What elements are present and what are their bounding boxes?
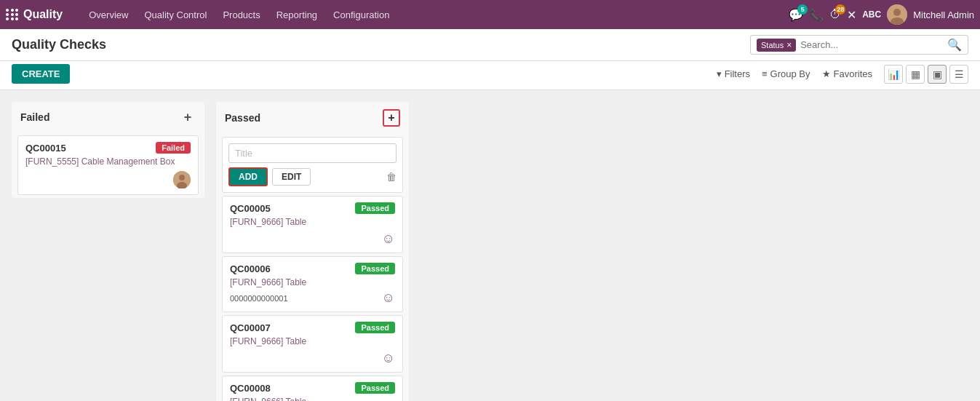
timer-badge: 28 xyxy=(835,4,845,15)
star-icon: ★ xyxy=(822,68,831,79)
add-card-form: ADD EDIT 🗑 xyxy=(222,137,403,193)
nav-menu: Overview Quality Control Products Report… xyxy=(81,7,789,23)
user-name[interactable]: Mitchell Admin xyxy=(913,9,974,20)
status-badge: Passed xyxy=(355,382,395,394)
card-id: QC00007 xyxy=(230,322,271,333)
close-icon[interactable]: ✕ xyxy=(847,8,856,22)
search-bar: Status × 🔍 xyxy=(750,35,968,55)
view-icons: 📊 ▦ ▣ ☰ xyxy=(884,65,968,84)
add-card-title-input[interactable] xyxy=(228,143,397,163)
kanban-column-failed: Failed + QC00015 Failed [FURN_5555] Cabl… xyxy=(12,102,204,198)
bar-chart-icon: 📊 xyxy=(888,68,900,80)
phone-icon[interactable]: 📞 xyxy=(809,8,824,22)
favorites-button[interactable]: ★ Favorites xyxy=(822,68,872,79)
grid-view-button[interactable]: ▦ xyxy=(906,65,925,84)
status-badge: Passed xyxy=(355,322,395,333)
svg-point-1 xyxy=(893,9,901,16)
column-title-failed: Failed xyxy=(20,111,49,123)
filter-icon: ▾ xyxy=(717,68,722,79)
app-logo[interactable]: Quality xyxy=(6,8,74,21)
create-button[interactable]: CREATE xyxy=(12,64,70,84)
card-lot: 0000000000001 xyxy=(230,294,288,303)
list-icon: ☰ xyxy=(955,68,964,80)
group-by-button[interactable]: ≡ Group By xyxy=(762,68,810,79)
card-footer xyxy=(25,171,191,188)
kanban-card-qc00008[interactable]: QC00008 Passed [FURN_9666] Table ☺ xyxy=(222,376,403,401)
search-tag-remove[interactable]: × xyxy=(786,40,792,50)
svg-point-4 xyxy=(179,175,185,180)
edit-card-button[interactable]: EDIT xyxy=(272,168,311,186)
status-badge: Passed xyxy=(355,263,395,274)
kanban-card-qc00006[interactable]: QC00006 Passed [FURN_9666] Table 0000000… xyxy=(222,256,403,312)
smiley-icon: ☺ xyxy=(382,290,395,306)
apps-icon[interactable] xyxy=(6,9,19,20)
toolbar: CREATE ▾ Filters ≡ Group By ★ Favorites … xyxy=(0,61,980,90)
card-avatar xyxy=(173,171,191,188)
page-title: Quality Checks xyxy=(12,37,106,52)
kanban-icon: ▣ xyxy=(933,68,942,80)
kanban-card-qc00007[interactable]: QC00007 Passed [FURN_9666] Table ☺ xyxy=(222,315,403,373)
card-header: QC00008 Passed xyxy=(230,382,395,394)
add-card-button[interactable]: ADD xyxy=(228,167,268,186)
card-id: QC00015 xyxy=(25,143,66,154)
card-id: QC00008 xyxy=(230,383,271,394)
filters-button[interactable]: ▾ Filters xyxy=(717,68,750,79)
status-badge: Failed xyxy=(156,142,191,154)
status-badge: Passed xyxy=(355,202,395,214)
add-passed-button[interactable]: + xyxy=(383,109,400,127)
card-product: [FURN_9666] Table xyxy=(230,397,395,401)
toolbar-right: ▾ Filters ≡ Group By ★ Favorites 📊 ▦ ▣ ☰ xyxy=(717,65,968,84)
top-navigation: Quality Overview Quality Control Product… xyxy=(0,0,980,29)
kanban-card-qc00015[interactable]: QC00015 Failed [FURN_5555] Cable Managem… xyxy=(17,135,199,195)
add-form-actions: ADD EDIT 🗑 xyxy=(228,167,397,186)
card-footer: ☺ xyxy=(230,231,395,247)
chat-badge: 5 xyxy=(797,4,808,15)
card-header: QC00015 Failed xyxy=(25,142,191,154)
column-title-passed: Passed xyxy=(225,112,260,124)
favorites-label: Favorites xyxy=(834,68,872,79)
grid-icon: ▦ xyxy=(911,68,920,80)
delete-card-button[interactable]: 🗑 xyxy=(386,171,397,183)
card-header: QC00007 Passed xyxy=(230,322,395,333)
smiley-icon: ☺ xyxy=(382,231,395,247)
nav-right: 💬 5 📞 ⏱ 28 ✕ ABC Mitchell Admin xyxy=(789,4,974,25)
group-by-label: Group By xyxy=(770,68,810,79)
kanban-board: Failed + QC00015 Failed [FURN_5555] Cabl… xyxy=(0,90,980,401)
nav-item-configuration[interactable]: Configuration xyxy=(326,7,397,23)
subheader: Quality Checks Status × 🔍 xyxy=(0,29,980,61)
nav-item-reporting[interactable]: Reporting xyxy=(269,7,324,23)
search-icon[interactable]: 🔍 xyxy=(947,38,962,52)
card-product: [FURN_9666] Table xyxy=(230,217,395,227)
column-header-passed: Passed + xyxy=(216,102,409,134)
groupby-icon: ≡ xyxy=(762,68,768,79)
card-footer: ☺ xyxy=(230,351,395,366)
nav-item-quality-control[interactable]: Quality Control xyxy=(137,7,214,23)
card-header: QC00005 Passed xyxy=(230,202,395,214)
card-product: [FURN_9666] Table xyxy=(230,336,395,346)
abc-label[interactable]: ABC xyxy=(862,9,881,20)
nav-item-products[interactable]: Products xyxy=(215,7,267,23)
kanban-view-button[interactable]: ▣ xyxy=(928,65,947,84)
chat-icon[interactable]: 💬 5 xyxy=(789,8,803,22)
timer-icon[interactable]: ⏱ 28 xyxy=(829,8,841,21)
search-tag-label: Status xyxy=(761,41,784,49)
column-header-failed: Failed + xyxy=(12,102,204,132)
bar-chart-view-button[interactable]: 📊 xyxy=(884,65,903,84)
search-tag-status[interactable]: Status × xyxy=(757,39,796,52)
list-view-button[interactable]: ☰ xyxy=(949,65,968,84)
card-id: QC00005 xyxy=(230,203,271,214)
smiley-icon: ☺ xyxy=(382,351,395,366)
card-product: [FURN_9666] Table xyxy=(230,277,395,287)
nav-item-overview[interactable]: Overview xyxy=(81,7,135,23)
card-product: [FURN_5555] Cable Management Box xyxy=(25,156,191,167)
search-input[interactable] xyxy=(800,39,947,50)
avatar[interactable] xyxy=(887,4,907,25)
kanban-column-passed: Passed + ADD EDIT 🗑 QC00005 Passed [FURN… xyxy=(216,102,409,401)
card-id: QC00006 xyxy=(230,263,271,274)
add-failed-button[interactable]: + xyxy=(180,109,196,125)
filters-label: Filters xyxy=(725,68,750,79)
app-title: Quality xyxy=(23,8,63,21)
card-header: QC00006 Passed xyxy=(230,263,395,274)
kanban-card-qc00005[interactable]: QC00005 Passed [FURN_9666] Table ☺ xyxy=(222,196,403,253)
